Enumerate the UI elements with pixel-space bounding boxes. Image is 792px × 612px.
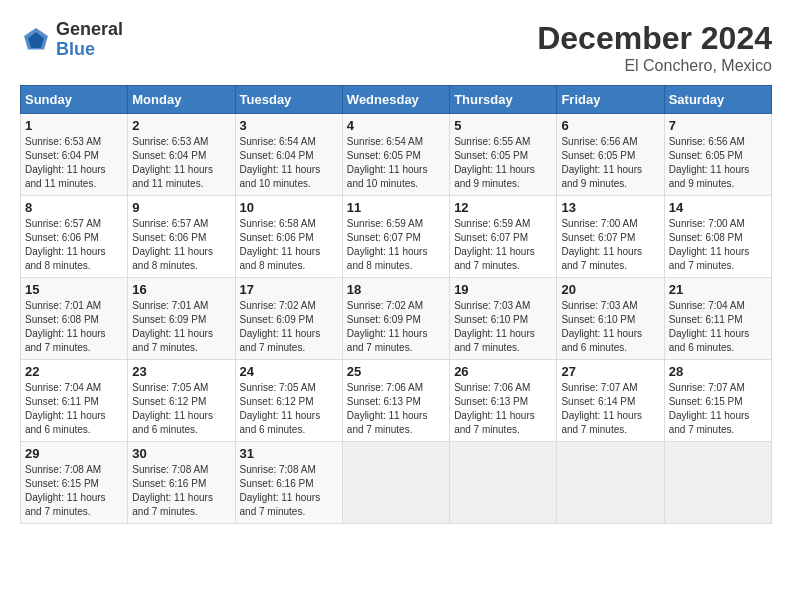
table-row: 24 Sunrise: 7:05 AM Sunset: 6:12 PM Dayl… [235,360,342,442]
table-row: 20 Sunrise: 7:03 AM Sunset: 6:10 PM Dayl… [557,278,664,360]
table-row: 4 Sunrise: 6:54 AM Sunset: 6:05 PM Dayli… [342,114,449,196]
day-info: Sunrise: 7:04 AM Sunset: 6:11 PM Dayligh… [25,381,123,437]
day-number: 29 [25,446,123,461]
day-number: 19 [454,282,552,297]
day-info: Sunrise: 7:07 AM Sunset: 6:14 PM Dayligh… [561,381,659,437]
logo-text: General Blue [56,20,123,60]
table-row: 15 Sunrise: 7:01 AM Sunset: 6:08 PM Dayl… [21,278,128,360]
day-info: Sunrise: 7:00 AM Sunset: 6:08 PM Dayligh… [669,217,767,273]
day-info: Sunrise: 7:04 AM Sunset: 6:11 PM Dayligh… [669,299,767,355]
table-row: 5 Sunrise: 6:55 AM Sunset: 6:05 PM Dayli… [450,114,557,196]
day-number: 18 [347,282,445,297]
table-row: 27 Sunrise: 7:07 AM Sunset: 6:14 PM Dayl… [557,360,664,442]
header-friday: Friday [557,86,664,114]
table-row: 13 Sunrise: 7:00 AM Sunset: 6:07 PM Dayl… [557,196,664,278]
day-number: 22 [25,364,123,379]
day-info: Sunrise: 7:05 AM Sunset: 6:12 PM Dayligh… [240,381,338,437]
table-row: 30 Sunrise: 7:08 AM Sunset: 6:16 PM Dayl… [128,442,235,524]
day-info: Sunrise: 6:59 AM Sunset: 6:07 PM Dayligh… [347,217,445,273]
table-row: 19 Sunrise: 7:03 AM Sunset: 6:10 PM Dayl… [450,278,557,360]
table-row [450,442,557,524]
day-number: 2 [132,118,230,133]
day-info: Sunrise: 6:56 AM Sunset: 6:05 PM Dayligh… [669,135,767,191]
table-row: 28 Sunrise: 7:07 AM Sunset: 6:15 PM Dayl… [664,360,771,442]
day-info: Sunrise: 7:02 AM Sunset: 6:09 PM Dayligh… [347,299,445,355]
table-row: 12 Sunrise: 6:59 AM Sunset: 6:07 PM Dayl… [450,196,557,278]
day-number: 9 [132,200,230,215]
table-row: 22 Sunrise: 7:04 AM Sunset: 6:11 PM Dayl… [21,360,128,442]
day-info: Sunrise: 6:56 AM Sunset: 6:05 PM Dayligh… [561,135,659,191]
calendar-week-row: 15 Sunrise: 7:01 AM Sunset: 6:08 PM Dayl… [21,278,772,360]
day-info: Sunrise: 7:08 AM Sunset: 6:16 PM Dayligh… [240,463,338,519]
header-sunday: Sunday [21,86,128,114]
page-header: General Blue December 2024 El Conchero, … [20,20,772,75]
logo-icon [20,24,52,56]
table-row [557,442,664,524]
day-number: 12 [454,200,552,215]
day-info: Sunrise: 7:03 AM Sunset: 6:10 PM Dayligh… [561,299,659,355]
day-info: Sunrise: 7:08 AM Sunset: 6:15 PM Dayligh… [25,463,123,519]
table-row [664,442,771,524]
header-monday: Monday [128,86,235,114]
header-thursday: Thursday [450,86,557,114]
day-number: 23 [132,364,230,379]
day-info: Sunrise: 6:59 AM Sunset: 6:07 PM Dayligh… [454,217,552,273]
table-row: 8 Sunrise: 6:57 AM Sunset: 6:06 PM Dayli… [21,196,128,278]
day-number: 11 [347,200,445,215]
calendar-table: Sunday Monday Tuesday Wednesday Thursday… [20,85,772,524]
day-number: 25 [347,364,445,379]
calendar-week-row: 29 Sunrise: 7:08 AM Sunset: 6:15 PM Dayl… [21,442,772,524]
day-number: 13 [561,200,659,215]
day-number: 5 [454,118,552,133]
day-info: Sunrise: 7:01 AM Sunset: 6:09 PM Dayligh… [132,299,230,355]
day-number: 28 [669,364,767,379]
table-row: 11 Sunrise: 6:59 AM Sunset: 6:07 PM Dayl… [342,196,449,278]
day-info: Sunrise: 7:06 AM Sunset: 6:13 PM Dayligh… [454,381,552,437]
day-info: Sunrise: 7:03 AM Sunset: 6:10 PM Dayligh… [454,299,552,355]
day-info: Sunrise: 6:54 AM Sunset: 6:04 PM Dayligh… [240,135,338,191]
day-number: 1 [25,118,123,133]
day-number: 10 [240,200,338,215]
day-number: 27 [561,364,659,379]
calendar-week-row: 1 Sunrise: 6:53 AM Sunset: 6:04 PM Dayli… [21,114,772,196]
day-number: 7 [669,118,767,133]
day-number: 6 [561,118,659,133]
day-info: Sunrise: 6:58 AM Sunset: 6:06 PM Dayligh… [240,217,338,273]
day-info: Sunrise: 7:02 AM Sunset: 6:09 PM Dayligh… [240,299,338,355]
day-info: Sunrise: 6:53 AM Sunset: 6:04 PM Dayligh… [25,135,123,191]
location-subtitle: El Conchero, Mexico [537,57,772,75]
calendar-week-row: 8 Sunrise: 6:57 AM Sunset: 6:06 PM Dayli… [21,196,772,278]
day-number: 24 [240,364,338,379]
table-row: 1 Sunrise: 6:53 AM Sunset: 6:04 PM Dayli… [21,114,128,196]
table-row: 23 Sunrise: 7:05 AM Sunset: 6:12 PM Dayl… [128,360,235,442]
table-row: 7 Sunrise: 6:56 AM Sunset: 6:05 PM Dayli… [664,114,771,196]
day-number: 14 [669,200,767,215]
weekday-header-row: Sunday Monday Tuesday Wednesday Thursday… [21,86,772,114]
day-info: Sunrise: 7:00 AM Sunset: 6:07 PM Dayligh… [561,217,659,273]
day-number: 17 [240,282,338,297]
header-saturday: Saturday [664,86,771,114]
table-row: 18 Sunrise: 7:02 AM Sunset: 6:09 PM Dayl… [342,278,449,360]
day-number: 16 [132,282,230,297]
table-row: 16 Sunrise: 7:01 AM Sunset: 6:09 PM Dayl… [128,278,235,360]
day-info: Sunrise: 7:01 AM Sunset: 6:08 PM Dayligh… [25,299,123,355]
day-info: Sunrise: 7:06 AM Sunset: 6:13 PM Dayligh… [347,381,445,437]
day-info: Sunrise: 6:54 AM Sunset: 6:05 PM Dayligh… [347,135,445,191]
table-row: 14 Sunrise: 7:00 AM Sunset: 6:08 PM Dayl… [664,196,771,278]
table-row: 25 Sunrise: 7:06 AM Sunset: 6:13 PM Dayl… [342,360,449,442]
table-row: 17 Sunrise: 7:02 AM Sunset: 6:09 PM Dayl… [235,278,342,360]
day-info: Sunrise: 7:05 AM Sunset: 6:12 PM Dayligh… [132,381,230,437]
day-number: 4 [347,118,445,133]
table-row: 9 Sunrise: 6:57 AM Sunset: 6:06 PM Dayli… [128,196,235,278]
day-number: 20 [561,282,659,297]
day-info: Sunrise: 6:57 AM Sunset: 6:06 PM Dayligh… [132,217,230,273]
table-row: 10 Sunrise: 6:58 AM Sunset: 6:06 PM Dayl… [235,196,342,278]
logo: General Blue [20,20,123,60]
day-number: 8 [25,200,123,215]
calendar-week-row: 22 Sunrise: 7:04 AM Sunset: 6:11 PM Dayl… [21,360,772,442]
table-row: 21 Sunrise: 7:04 AM Sunset: 6:11 PM Dayl… [664,278,771,360]
day-number: 21 [669,282,767,297]
month-title: December 2024 [537,20,772,57]
title-area: December 2024 El Conchero, Mexico [537,20,772,75]
table-row [342,442,449,524]
